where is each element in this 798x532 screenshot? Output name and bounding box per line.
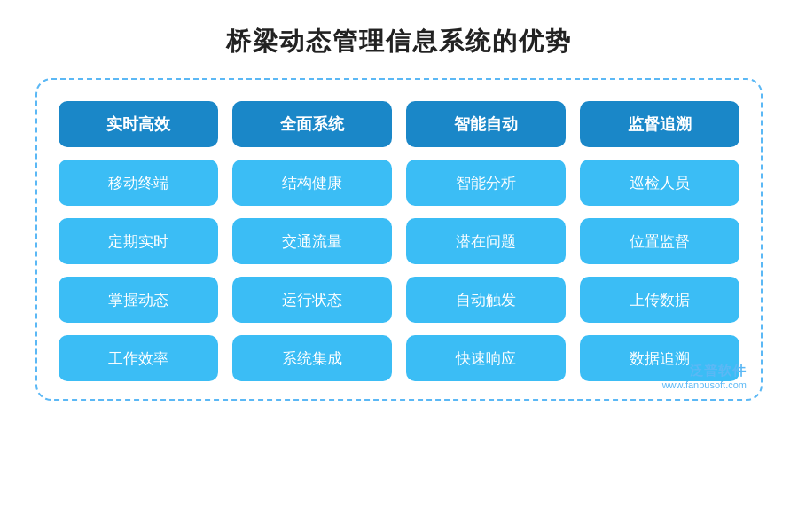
watermark-url: www.fanpusoft.com bbox=[662, 379, 747, 390]
watermark-logo: 泛普软件 bbox=[690, 363, 747, 379]
header-cell-3: 监督追溯 bbox=[580, 101, 739, 147]
body-cell-2-2: 自动触发 bbox=[406, 277, 566, 323]
header-cell-1: 全面系统 bbox=[232, 101, 392, 147]
body-cell-0-0: 移动终端 bbox=[59, 160, 218, 206]
body-cell-2-0: 掌握动态 bbox=[59, 277, 218, 323]
body-cell-2-3: 上传数据 bbox=[580, 277, 739, 323]
body-cell-2-1: 运行状态 bbox=[232, 277, 392, 323]
header-cell-2: 智能自动 bbox=[406, 101, 566, 147]
watermark: 泛普软件 www.fanpusoft.com bbox=[662, 363, 747, 390]
body-cell-3-1: 系统集成 bbox=[232, 335, 392, 381]
page-title: 桥梁动态管理信息系统的优势 bbox=[226, 25, 572, 59]
body-cell-0-3: 巡检人员 bbox=[580, 160, 739, 206]
feature-grid: 实时高效 全面系统 智能自动 监督追溯 移动终端 结构健康 智能分析 巡检人员 … bbox=[59, 101, 739, 381]
body-cell-0-1: 结构健康 bbox=[232, 160, 392, 206]
body-cell-1-2: 潜在问题 bbox=[406, 218, 566, 264]
body-cell-3-0: 工作效率 bbox=[59, 335, 218, 381]
body-cell-1-1: 交通流量 bbox=[232, 218, 392, 264]
main-container: 实时高效 全面系统 智能自动 监督追溯 移动终端 结构健康 智能分析 巡检人员 … bbox=[35, 78, 763, 401]
body-cell-1-0: 定期实时 bbox=[59, 218, 218, 264]
header-cell-0: 实时高效 bbox=[59, 101, 218, 147]
body-cell-0-2: 智能分析 bbox=[406, 160, 566, 206]
body-cell-3-2: 快速响应 bbox=[406, 335, 566, 381]
body-cell-1-3: 位置监督 bbox=[580, 218, 739, 264]
